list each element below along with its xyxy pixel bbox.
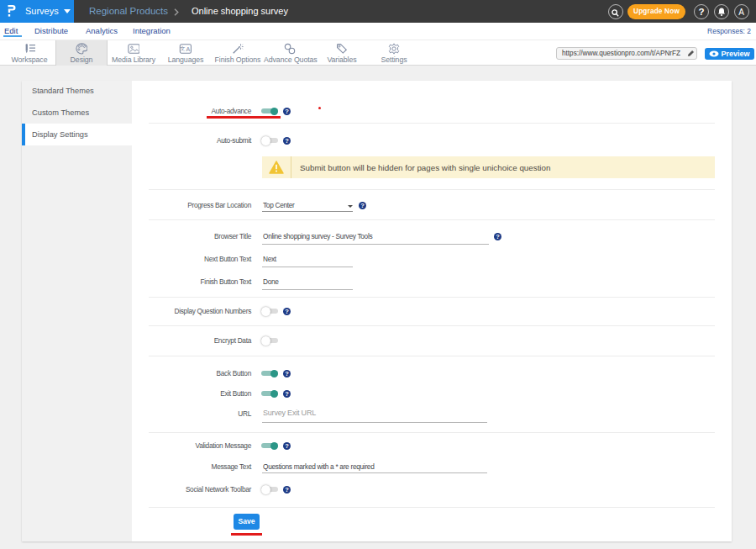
svg-text:文: 文	[180, 45, 186, 51]
svg-text:A: A	[186, 46, 191, 52]
